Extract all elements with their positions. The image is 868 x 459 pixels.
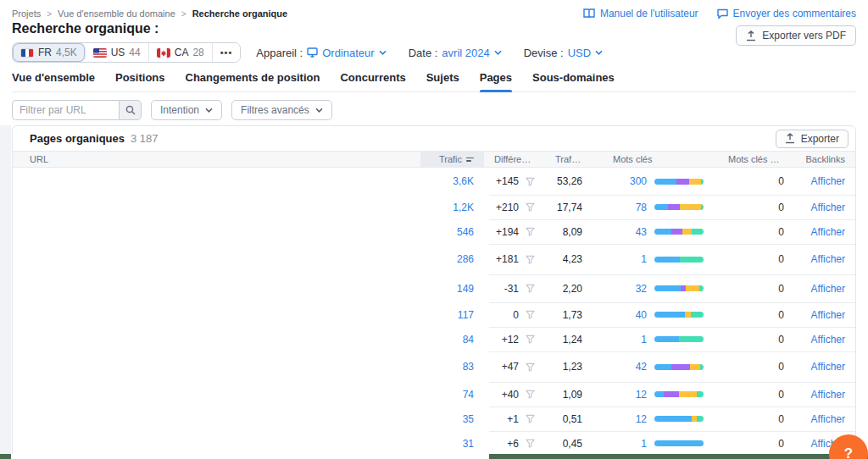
traffic-link[interactable]: 117 bbox=[458, 309, 474, 321]
breadcrumb-domain-overview[interactable]: Vue d'ensemble du domaine bbox=[58, 8, 175, 19]
traffic-link[interactable]: 3,6K bbox=[453, 175, 474, 187]
country-tab-us[interactable]: US 44 bbox=[86, 43, 149, 62]
filter-funnel-icon[interactable] bbox=[526, 177, 535, 186]
intent-segment bbox=[654, 179, 676, 185]
country-tab-fr[interactable]: FR 4,5K bbox=[13, 43, 86, 62]
send-feedback-link[interactable]: Envoyer des commentaires bbox=[717, 8, 856, 19]
traffic-link[interactable]: 149 bbox=[457, 283, 474, 295]
intent-segment bbox=[664, 391, 679, 397]
filter-funnel-icon[interactable] bbox=[526, 362, 535, 372]
traffic-pct-cell: 1,73 bbox=[545, 309, 593, 321]
intent-segment bbox=[654, 229, 671, 235]
keywords-link[interactable]: 32 bbox=[603, 283, 647, 295]
country-count: 44 bbox=[129, 47, 140, 58]
traffic-link[interactable]: 74 bbox=[463, 389, 474, 401]
currency-filter[interactable]: Devise : USD bbox=[524, 47, 603, 59]
tab-sujets[interactable]: Sujets bbox=[426, 71, 459, 91]
country-tab-ca[interactable]: CA 28 bbox=[149, 43, 213, 62]
scope-row: FR 4,5K US 44 CA 28 ••• Appareil : Ordin… bbox=[12, 42, 603, 63]
intent-segment bbox=[654, 391, 664, 397]
traffic-link[interactable]: 35 bbox=[463, 413, 474, 425]
keywords-link[interactable]: 40 bbox=[603, 309, 647, 321]
tab-changements-de-position[interactable]: Changements de position bbox=[186, 71, 320, 91]
traffic-link[interactable]: 84 bbox=[463, 334, 474, 346]
backlinks-afficher-link[interactable]: Afficher bbox=[811, 175, 845, 187]
tab-concurrents[interactable]: Concurrents bbox=[340, 71, 405, 91]
keywords-link[interactable]: 43 bbox=[603, 226, 647, 238]
paid-keywords-cell: 0 bbox=[718, 202, 794, 213]
backlinks-cell: Afficher bbox=[794, 413, 855, 425]
column-header-traffic[interactable]: Trafic bbox=[420, 152, 484, 167]
intent-dropdown[interactable]: Intention bbox=[151, 100, 222, 120]
url-filter-input[interactable] bbox=[12, 100, 119, 120]
difference-cell: +6 bbox=[484, 438, 545, 450]
backlinks-afficher-link[interactable]: Afficher bbox=[811, 389, 845, 401]
search-button[interactable] bbox=[119, 100, 142, 120]
keywords-link[interactable]: 78 bbox=[603, 202, 647, 213]
user-manual-link[interactable]: Manuel de l'utilisateur bbox=[583, 8, 698, 19]
traffic-link[interactable]: 546 bbox=[457, 226, 474, 238]
column-header-difference[interactable]: Différence d... bbox=[484, 154, 545, 164]
ca-flag-icon bbox=[157, 48, 170, 58]
tab-vue-densemble[interactable]: Vue d'ensemble bbox=[12, 71, 95, 91]
filter-funnel-icon[interactable] bbox=[526, 255, 535, 264]
backlinks-afficher-link[interactable]: Afficher bbox=[811, 253, 845, 265]
device-filter[interactable]: Appareil : Ordinateur bbox=[256, 47, 386, 59]
traffic-link[interactable]: 1,2K bbox=[453, 202, 474, 213]
chevron-down-icon bbox=[494, 50, 502, 55]
column-header-traffic-pct[interactable]: Trafic, % bbox=[545, 154, 593, 164]
export-pdf-button[interactable]: Exporter vers PDF bbox=[736, 25, 856, 46]
row-separator bbox=[489, 406, 855, 407]
date-filter[interactable]: Date : avril 2024 bbox=[409, 47, 502, 59]
difference-value: +1 bbox=[507, 413, 519, 425]
filter-funnel-icon[interactable] bbox=[526, 335, 535, 344]
country-code: US bbox=[111, 47, 125, 58]
intent-segment bbox=[671, 364, 691, 370]
difference-cell: +40 bbox=[484, 389, 545, 401]
tab-pages[interactable]: Pages bbox=[480, 71, 512, 91]
export-table-button[interactable]: Exporter bbox=[776, 130, 849, 148]
filter-funnel-icon[interactable] bbox=[526, 227, 535, 236]
tab-sous-domaines[interactable]: Sous-domaines bbox=[532, 71, 615, 91]
difference-cell: +194 bbox=[484, 226, 545, 238]
table-row: 11701,73400Afficher bbox=[13, 302, 855, 327]
intent-segment bbox=[686, 285, 699, 291]
keywords-link[interactable]: 300 bbox=[603, 175, 647, 187]
breadcrumb-projets[interactable]: Projets bbox=[12, 8, 41, 19]
backlinks-afficher-link[interactable]: Afficher bbox=[811, 202, 845, 213]
keywords-link[interactable]: 1 bbox=[603, 438, 647, 450]
keywords-cell: 1 bbox=[593, 253, 718, 265]
filter-funnel-icon[interactable] bbox=[526, 284, 535, 293]
filter-funnel-icon[interactable] bbox=[526, 310, 535, 319]
backlinks-afficher-link[interactable]: Afficher bbox=[811, 283, 845, 295]
traffic-link[interactable]: 286 bbox=[457, 253, 474, 265]
traffic-link[interactable]: 31 bbox=[463, 438, 474, 450]
filter-funnel-icon[interactable] bbox=[526, 439, 535, 448]
keywords-link[interactable]: 1 bbox=[603, 334, 647, 346]
backlinks-afficher-link[interactable]: Afficher bbox=[811, 309, 845, 321]
paid-keywords-cell: 0 bbox=[718, 334, 794, 346]
column-header-keywords[interactable]: Mots clés bbox=[593, 154, 718, 164]
backlinks-afficher-link[interactable]: Afficher bbox=[811, 226, 845, 238]
intent-label: Intention bbox=[160, 104, 199, 116]
keywords-link[interactable]: 12 bbox=[603, 389, 647, 401]
column-header-url[interactable]: URL bbox=[13, 154, 420, 164]
column-header-backlinks[interactable]: Backlinks bbox=[794, 154, 855, 164]
backlinks-afficher-link[interactable]: Afficher bbox=[811, 334, 845, 346]
column-header-paid-keywords[interactable]: Mots clés payants bbox=[718, 154, 794, 164]
table-row: 286+1814,2310Afficher bbox=[13, 244, 855, 274]
filter-funnel-icon[interactable] bbox=[526, 390, 535, 399]
keywords-link[interactable]: 42 bbox=[603, 361, 647, 373]
traffic-link[interactable]: 83 bbox=[463, 361, 474, 373]
keywords-link[interactable]: 12 bbox=[603, 413, 647, 425]
more-countries-button[interactable]: ••• bbox=[213, 43, 241, 62]
advanced-filters-dropdown[interactable]: Filtres avancés bbox=[231, 100, 332, 120]
tab-positions[interactable]: Positions bbox=[115, 71, 165, 91]
backlinks-afficher-link[interactable]: Afficher bbox=[811, 413, 845, 425]
intent-bar bbox=[654, 312, 704, 318]
paid-keywords-cell: 0 bbox=[718, 283, 794, 295]
filter-funnel-icon[interactable] bbox=[526, 202, 535, 212]
filter-funnel-icon[interactable] bbox=[526, 414, 535, 423]
backlinks-afficher-link[interactable]: Afficher bbox=[811, 361, 845, 373]
keywords-link[interactable]: 1 bbox=[603, 253, 647, 265]
